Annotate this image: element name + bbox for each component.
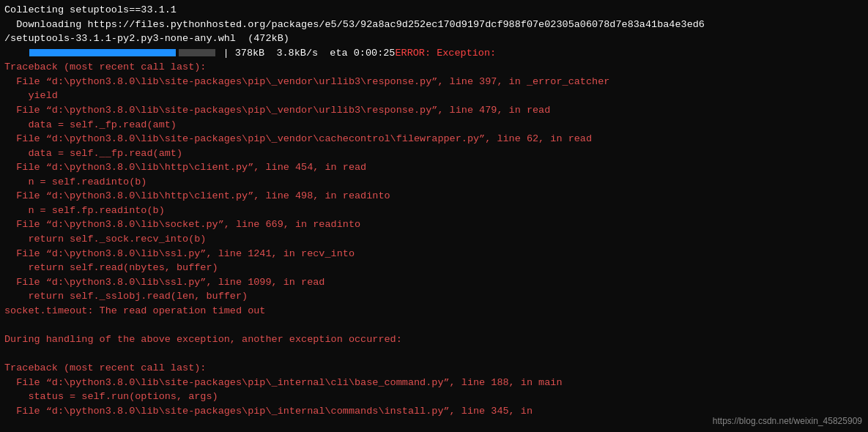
line-3: /setuptools-33.1.1-py2.py3-none-any.whl … bbox=[4, 31, 864, 46]
line-file-6: File “d:\python3.8.0\lib\socket.py”, lin… bbox=[4, 217, 864, 232]
error-label: ERROR: Exception: bbox=[395, 46, 496, 61]
line-1: Collecting setuptools==33.1.1 bbox=[4, 3, 864, 18]
progress-bar-empty bbox=[179, 49, 215, 56]
line-file-base-command: File “d:\python3.8.0\lib\site-packages\p… bbox=[4, 376, 864, 390]
progress-line: | 378kB 3.8kB/s eta 0:00:25 ERROR: Excep… bbox=[4, 46, 864, 61]
line-socket-timeout: socket.timeout: The read operation timed… bbox=[4, 304, 864, 319]
line-status: status = self.run(options, args) bbox=[4, 390, 864, 404]
progress-prefix bbox=[4, 46, 28, 61]
line-n-1: n = self.readinto(b) bbox=[4, 175, 864, 190]
line-2: Downloading https://files.pythonhosted.o… bbox=[4, 18, 864, 32]
progress-bar-filled bbox=[29, 49, 176, 56]
line-file-5: File “d:\python3.8.0\lib\http\client.py”… bbox=[4, 189, 864, 204]
line-file-7: File “d:\python3.8.0\lib\ssl.py”, line 1… bbox=[4, 247, 864, 261]
line-file-1: File “d:\python3.8.0\lib\site-packages\p… bbox=[4, 75, 864, 89]
progress-stats: | 378kB 3.8kB/s eta 0:00:25 bbox=[217, 46, 395, 61]
line-traceback-1: Traceback (most recent call last): bbox=[4, 60, 864, 75]
line-return-3: return self._sslobj.read(len, buffer) bbox=[4, 289, 864, 304]
line-during-handling: During handling of the above exception, … bbox=[4, 332, 864, 347]
line-return-1: return self._sock.recv_into(b) bbox=[4, 232, 864, 247]
line-return-2: return self.read(nbytes, buffer) bbox=[4, 261, 864, 275]
terminal-window: Collecting setuptools==33.1.1 Downloadin… bbox=[0, 0, 868, 432]
line-file-3: File “d:\python3.8.0\lib\site-packages\p… bbox=[4, 132, 864, 146]
line-traceback-2: Traceback (most recent call last): bbox=[4, 361, 864, 376]
watermark: https://blog.csdn.net/weixin_45825909 bbox=[713, 416, 862, 426]
line-yield: yield bbox=[4, 89, 864, 103]
line-empty-1 bbox=[4, 318, 864, 332]
line-file-8: File “d:\python3.8.0\lib\ssl.py”, line 1… bbox=[4, 275, 864, 290]
line-n-2: n = self.fp.readinto(b) bbox=[4, 204, 864, 218]
line-file-4: File “d:\python3.8.0\lib\http\client.py”… bbox=[4, 160, 864, 175]
line-empty-2 bbox=[4, 347, 864, 362]
line-data-2: data = self.__fp.read(amt) bbox=[4, 146, 864, 161]
line-file-2: File “d:\python3.8.0\lib\site-packages\p… bbox=[4, 103, 864, 118]
line-data-1: data = self._fp.read(amt) bbox=[4, 118, 864, 133]
